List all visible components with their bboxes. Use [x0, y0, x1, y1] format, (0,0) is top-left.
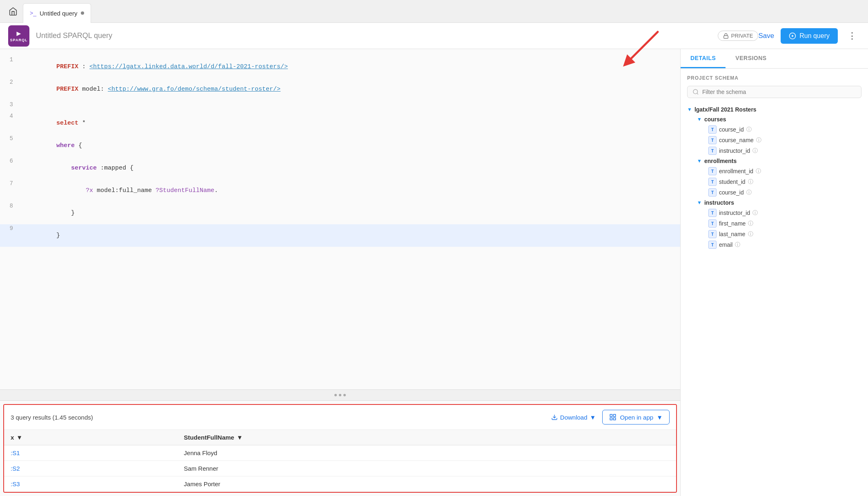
col-header-x[interactable]: x ▼	[4, 430, 177, 445]
code-line-3: 3	[0, 101, 680, 112]
results-panel: 3 query results (1.45 seconds) Download …	[3, 404, 677, 493]
toolbar: ► SPARQL Untitled SPARQL query PRIVATE S…	[0, 23, 868, 49]
home-button[interactable]	[3, 2, 23, 21]
toolbar-actions: Save Run query ⋮	[758, 28, 860, 44]
svg-rect-7	[614, 414, 616, 416]
run-label: Run query	[799, 32, 830, 40]
query-tab-title: Untitled query	[40, 10, 78, 17]
query-tab[interactable]: >_ Untitled query	[23, 3, 91, 23]
courses-group: ▼ courses T course_id ⓘ T course_name ⓘ	[697, 114, 861, 156]
query-title[interactable]: Untitled SPARQL query	[36, 31, 713, 40]
download-label: Download	[560, 414, 588, 421]
field-name: course_name	[719, 137, 754, 143]
enrollments-collapse[interactable]: ▼ enrollments	[697, 156, 861, 166]
schema-root[interactable]: ▼ lgatx/Fall 2021 Rosters	[687, 105, 861, 114]
svg-rect-8	[610, 418, 612, 420]
chevron-down-icon: ▼	[697, 158, 702, 164]
field-course-name: T course_name ⓘ	[707, 135, 861, 145]
field-name: course_id	[719, 189, 744, 196]
field-name: instructor_id	[719, 210, 750, 216]
table-row: :S1 Jenna Floyd	[4, 445, 676, 461]
open-app-chevron: ▼	[657, 414, 663, 421]
svg-rect-6	[610, 414, 612, 416]
svg-line-11	[697, 93, 698, 94]
download-button[interactable]: Download ▼	[551, 414, 596, 421]
info-icon[interactable]: ⓘ	[752, 209, 758, 217]
tab-versions[interactable]: VERSIONS	[726, 49, 776, 68]
resize-handle[interactable]	[0, 389, 680, 401]
field-name: course_id	[719, 126, 744, 133]
info-icon[interactable]: ⓘ	[735, 241, 740, 248]
code-line-7: 7 ?x model:full_name ?StudentFullName.	[0, 179, 680, 202]
info-icon[interactable]: ⓘ	[752, 147, 758, 154]
row3-name: James Porter	[177, 476, 676, 492]
schema-tree: ▼ lgatx/Fall 2021 Rosters ▼ courses T co…	[687, 105, 861, 250]
instructors-collapse[interactable]: ▼ instructors	[697, 198, 861, 208]
field-instructor-id-courses: T instructor_id ⓘ	[707, 145, 861, 156]
type-badge: T	[708, 125, 717, 134]
code-editor[interactable]: 1 PREFIX : <https://lgatx.linked.data.wo…	[0, 49, 680, 389]
results-actions: Download ▼ Open in app ▼	[551, 410, 670, 425]
row1-name: Jenna Floyd	[177, 445, 676, 461]
info-icon[interactable]: ⓘ	[748, 178, 753, 185]
schema-root-label: lgatx/Fall 2021 Rosters	[694, 106, 757, 113]
code-line-4: 4 select *	[0, 112, 680, 134]
enrollments-fields: T enrollment_id ⓘ T student_id ⓘ T cours…	[707, 166, 861, 198]
field-last-name: T last_name ⓘ	[707, 229, 861, 239]
search-icon	[692, 89, 699, 95]
type-badge: T	[708, 188, 717, 197]
download-icon	[551, 414, 558, 420]
main-area: 1 PREFIX : <https://lgatx.linked.data.wo…	[0, 49, 868, 496]
info-icon[interactable]: ⓘ	[748, 230, 753, 238]
instructors-fields: T instructor_id ⓘ T first_name ⓘ T last_…	[707, 208, 861, 250]
right-content: PROJECT SCHEMA ▼ lgatx/Fall 2021 Rosters	[681, 69, 868, 496]
svg-rect-9	[614, 418, 616, 420]
more-options-button[interactable]: ⋮	[844, 29, 860, 43]
col-sort-icon-x: ▼	[16, 434, 22, 441]
svg-rect-0	[723, 36, 728, 38]
col-header-name[interactable]: StudentFullName ▼	[177, 430, 676, 445]
type-badge: T	[708, 178, 717, 186]
field-email: T email ⓘ	[707, 239, 861, 250]
field-first-name: T first_name ⓘ	[707, 218, 861, 229]
table-row: :S3 James Porter	[4, 476, 676, 492]
info-icon[interactable]: ⓘ	[746, 126, 752, 133]
tab-details[interactable]: DETAILS	[681, 49, 726, 68]
run-query-button[interactable]: Run query	[781, 28, 838, 44]
instructors-label: instructors	[704, 199, 734, 206]
table-row: :S2 Sam Renner	[4, 461, 676, 476]
info-icon[interactable]: ⓘ	[748, 220, 753, 227]
info-icon[interactable]: ⓘ	[756, 168, 761, 175]
save-button[interactable]: Save	[758, 32, 774, 40]
instructors-group: ▼ instructors T instructor_id ⓘ T first_…	[697, 198, 861, 250]
chevron-down-icon: ▼	[697, 200, 702, 206]
info-icon[interactable]: ⓘ	[756, 136, 761, 144]
courses-collapse[interactable]: ▼ courses	[697, 114, 861, 124]
field-name: instructor_id	[719, 147, 750, 154]
type-badge: T	[708, 147, 717, 155]
col-sort-icon-name: ▼	[237, 434, 243, 441]
row2-name: Sam Renner	[177, 461, 676, 476]
tab-bar: >_ Untitled query	[0, 0, 868, 23]
sparql-arrow-icon: ►	[15, 29, 22, 38]
chevron-down-icon: ▼	[697, 116, 702, 122]
row3-x: :S3	[4, 476, 177, 492]
type-badge: T	[708, 167, 717, 175]
open-in-app-button[interactable]: Open in app ▼	[602, 410, 670, 425]
code-line-9: 9 }	[0, 224, 680, 247]
type-badge: T	[708, 230, 717, 238]
play-icon	[789, 32, 796, 40]
right-tabs: DETAILS VERSIONS	[681, 49, 868, 69]
courses-label: courses	[704, 116, 726, 123]
schema-filter[interactable]	[687, 86, 861, 98]
code-line-2: 2 PREFIX model: <http://www.gra.fo/demo/…	[0, 78, 680, 101]
schema-filter-input[interactable]	[702, 89, 856, 95]
field-name: enrollment_id	[719, 168, 753, 174]
results-count: 3 query results (1.45 seconds)	[11, 414, 93, 421]
info-icon[interactable]: ⓘ	[746, 189, 752, 196]
lock-icon	[723, 33, 729, 39]
private-badge[interactable]: PRIVATE	[718, 31, 759, 41]
open-app-label: Open in app	[620, 414, 653, 421]
schema-section-title: PROJECT SCHEMA	[687, 75, 861, 81]
field-instructor-id: T instructor_id ⓘ	[707, 208, 861, 218]
